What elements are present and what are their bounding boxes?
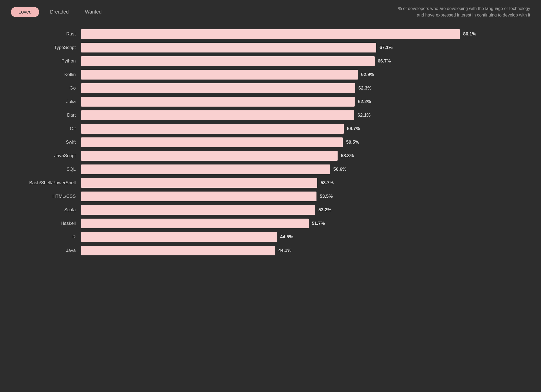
- bar-value: 66.7%: [378, 58, 391, 64]
- chart-description: % of developers who are developing with …: [395, 5, 530, 18]
- chart-row: JavaScript58.3%: [16, 151, 525, 161]
- bar-value: 53.2%: [318, 207, 331, 213]
- chart-row: Julia62.2%: [16, 97, 525, 107]
- bar-value: 62.9%: [361, 72, 374, 77]
- bar: [81, 97, 355, 107]
- chart-row: C#59.7%: [16, 124, 525, 134]
- bar: [81, 178, 317, 188]
- bar: [81, 29, 460, 39]
- header: Loved Dreaded Wanted % of developers who…: [0, 0, 541, 24]
- bar: [81, 43, 376, 52]
- chart-container: Rust86.1%TypeScript67.1%Python66.7%Kotli…: [0, 24, 541, 275]
- bar-value: 59.5%: [346, 140, 359, 145]
- bar: [81, 232, 277, 242]
- bar: [81, 151, 338, 161]
- bar-wrapper: 58.3%: [81, 151, 525, 161]
- lang-label: TypeScript: [16, 45, 81, 50]
- lang-label: SQL: [16, 167, 81, 172]
- lang-label: R: [16, 234, 81, 240]
- chart-row: Scala53.2%: [16, 205, 525, 215]
- chart-row: R44.5%: [16, 232, 525, 242]
- tab-group: Loved Dreaded Wanted: [11, 7, 107, 17]
- chart-row: Java44.1%: [16, 246, 525, 255]
- bar-wrapper: 86.1%: [81, 29, 525, 39]
- bar-value: 44.1%: [278, 248, 291, 253]
- chart-row: TypeScript67.1%: [16, 43, 525, 52]
- bar-wrapper: 53.7%: [81, 178, 525, 188]
- bar-wrapper: 59.5%: [81, 137, 525, 147]
- chart-row: Dart62.1%: [16, 110, 525, 120]
- lang-label: Haskell: [16, 221, 81, 226]
- bar: [81, 137, 343, 147]
- bar-value: 53.7%: [321, 180, 334, 186]
- chart-row: Go62.3%: [16, 83, 525, 93]
- bar: [81, 110, 354, 120]
- bar: [81, 70, 358, 80]
- bar-wrapper: 51.7%: [81, 219, 525, 228]
- bar-value: 51.7%: [312, 221, 325, 226]
- lang-label: Go: [16, 85, 81, 91]
- bar-value: 58.3%: [341, 153, 354, 159]
- lang-label: Swift: [16, 140, 81, 145]
- bar: [81, 192, 316, 201]
- chart-row: Python66.7%: [16, 56, 525, 66]
- lang-label: JavaScript: [16, 153, 81, 159]
- bar-wrapper: 44.1%: [81, 246, 525, 255]
- bar: [81, 219, 309, 228]
- bar: [81, 83, 355, 93]
- tab-loved[interactable]: Loved: [11, 7, 39, 17]
- lang-label: C#: [16, 126, 81, 131]
- bar-wrapper: 62.9%: [81, 70, 525, 80]
- chart-row: Kotlin62.9%: [16, 70, 525, 80]
- lang-label: Rust: [16, 31, 81, 37]
- bar-wrapper: 53.5%: [81, 192, 525, 201]
- bar-value: 44.5%: [280, 234, 293, 240]
- bar-wrapper: 53.2%: [81, 205, 525, 215]
- bar: [81, 246, 275, 255]
- chart-row: SQL56.6%: [16, 164, 525, 174]
- lang-label: Python: [16, 58, 81, 64]
- bar: [81, 124, 344, 134]
- bar-value: 62.3%: [358, 85, 371, 91]
- chart-row: Bash/Shell/PowerShell53.7%: [16, 178, 525, 188]
- bar-value: 53.5%: [320, 194, 333, 199]
- bar-value: 67.1%: [380, 45, 392, 50]
- bar-wrapper: 67.1%: [81, 43, 525, 52]
- lang-label: HTML/CSS: [16, 194, 81, 199]
- bar-value: 56.6%: [333, 167, 346, 172]
- lang-label: Scala: [16, 207, 81, 213]
- bar: [81, 56, 375, 66]
- chart-row: Rust86.1%: [16, 29, 525, 39]
- chart-row: HTML/CSS53.5%: [16, 192, 525, 201]
- bar-value: 86.1%: [463, 31, 476, 37]
- lang-label: Java: [16, 248, 81, 253]
- chart-row: Haskell51.7%: [16, 219, 525, 228]
- lang-label: Kotlin: [16, 72, 81, 77]
- lang-label: Bash/Shell/PowerShell: [16, 180, 81, 186]
- bar-wrapper: 66.7%: [81, 56, 525, 66]
- tab-dreaded[interactable]: Dreaded: [45, 7, 74, 17]
- lang-label: Julia: [16, 99, 81, 104]
- bar-value: 62.2%: [358, 99, 371, 104]
- tab-wanted[interactable]: Wanted: [80, 7, 107, 17]
- bar-value: 62.1%: [358, 113, 371, 118]
- chart-row: Swift59.5%: [16, 137, 525, 147]
- bar: [81, 164, 330, 174]
- lang-label: Dart: [16, 113, 81, 118]
- bar-wrapper: 56.6%: [81, 164, 525, 174]
- bar-wrapper: 62.3%: [81, 83, 525, 93]
- bar: [81, 205, 315, 215]
- bar-wrapper: 62.2%: [81, 97, 525, 107]
- bar-value: 59.7%: [347, 126, 360, 131]
- bar-wrapper: 59.7%: [81, 124, 525, 134]
- bar-wrapper: 44.5%: [81, 232, 525, 242]
- bar-wrapper: 62.1%: [81, 110, 525, 120]
